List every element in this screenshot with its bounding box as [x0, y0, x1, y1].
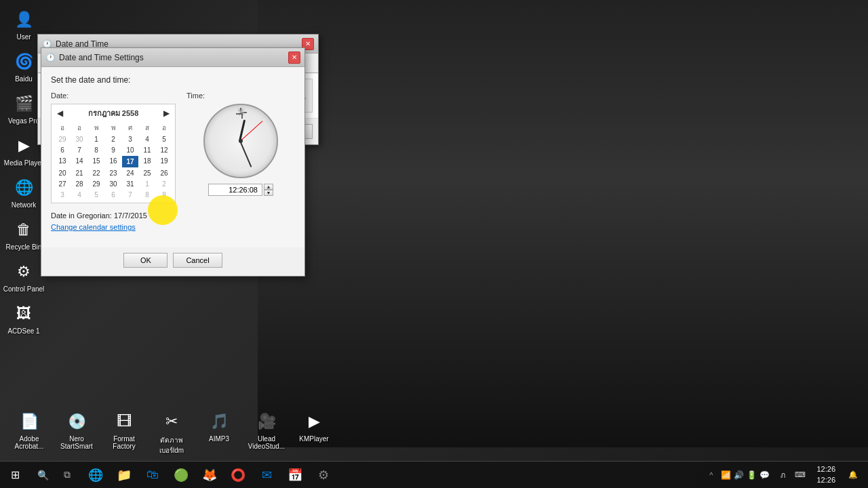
dialog-inner-close-button[interactable]: ✕ — [288, 52, 300, 64]
cal-day-22[interactable]: 22 — [88, 168, 104, 178]
cal-day-2b[interactable]: 2 — [156, 179, 172, 189]
time-input-field[interactable] — [208, 184, 262, 196]
cal-day-12[interactable]: 12 — [156, 145, 172, 155]
tray-power-icon[interactable]: 🔋 — [747, 470, 757, 480]
cal-day-29a[interactable]: 29 — [54, 134, 71, 144]
taskbar-app-folder[interactable]: 📁 — [111, 463, 138, 487]
cal-day-19[interactable]: 19 — [156, 156, 172, 167]
taskbar-app-calendar[interactable]: 📅 — [281, 463, 309, 487]
cal-day-25[interactable]: 25 — [139, 168, 155, 178]
time-spin-up[interactable]: ▲ — [264, 184, 273, 190]
mediaplayer-icon: ▶ — [12, 134, 36, 158]
cal-day-30b[interactable]: 30 — [105, 179, 121, 189]
desktop-icon-acdsee[interactable]: 🖼 ACDSee 1 — [0, 298, 47, 340]
cal-day-31[interactable]: 31 — [122, 179, 138, 189]
inner-cancel-button[interactable]: Cancel — [173, 253, 222, 268]
calendar-next-button[interactable]: ▶ — [161, 108, 172, 118]
bottom-icon-kmplayer[interactable]: ▶ KMPlayer — [290, 405, 338, 458]
time-spinner: ▲ ▼ — [264, 184, 273, 196]
cal-day-26[interactable]: 26 — [156, 168, 172, 178]
cal-day-5[interactable]: 5 — [156, 134, 172, 144]
clock-date-text: 12:26 — [816, 475, 835, 485]
taskbar-apps-area: 🌐 📁 🛍 🟢 🦊 ⭕ ✉ 📅 ⚙ — [79, 463, 707, 487]
taskbar-search-button[interactable]: 🔍 — [31, 463, 55, 487]
dialog-inner-buttons: OK Cancel — [41, 247, 304, 276]
cal-day-6[interactable]: 6 — [54, 145, 71, 155]
tray-network-icon[interactable]: 📶 — [721, 470, 731, 480]
tray-volume-icon[interactable]: 🔊 — [734, 470, 744, 480]
cal-day-3b[interactable]: 3 — [54, 190, 71, 200]
cal-day-7[interactable]: 7 — [71, 145, 87, 155]
cal-day-28[interactable]: 28 — [71, 179, 87, 189]
taskbar-app-chrome[interactable]: 🟢 — [167, 463, 195, 487]
control-icon-label: Control Panel — [3, 285, 45, 293]
cal-day-18[interactable]: 18 — [139, 156, 155, 167]
cal-day-3[interactable]: 3 — [122, 134, 138, 144]
bottom-icon-adobe[interactable]: 📄 Adobe Acrobat... — [5, 405, 53, 458]
cal-day-13[interactable]: 13 — [54, 156, 71, 167]
time-spin-down[interactable]: ▼ — [264, 190, 273, 196]
day-header-4: ศ — [122, 122, 138, 134]
cal-day-8b[interactable]: 8 — [139, 190, 155, 200]
cal-day-4[interactable]: 4 — [139, 134, 155, 144]
bottom-icon-aimp[interactable]: 🎵 AIMP3 — [195, 405, 243, 458]
cal-day-15[interactable]: 15 — [88, 156, 104, 167]
cal-day-17[interactable]: 17 — [122, 156, 138, 167]
ulead-icon: 🎥 — [253, 408, 280, 435]
cal-day-21[interactable]: 21 — [71, 168, 87, 178]
recycle-icon-label: Recycle Bin — [6, 243, 42, 251]
taskbar-app-settings[interactable]: ⚙ — [310, 463, 337, 487]
vegas-icon-label: Vegas Pro — [8, 117, 39, 125]
cal-day-14[interactable]: 14 — [71, 156, 87, 167]
cal-day-11[interactable]: 11 — [139, 145, 155, 155]
lang-icon: ภ — [781, 471, 785, 479]
cal-day-9[interactable]: 9 — [105, 145, 121, 155]
start-button[interactable]: ⊞ — [0, 462, 31, 489]
cal-day-30a[interactable]: 30 — [71, 134, 87, 144]
cal-day-9b[interactable]: 9 — [156, 190, 172, 200]
change-calendar-link[interactable]: Change calendar settings — [51, 223, 136, 231]
cal-day-7b[interactable]: 7 — [122, 190, 138, 200]
taskbar-app-firefox[interactable]: 🦊 — [196, 463, 223, 487]
taskbar-app-opera[interactable]: ⭕ — [224, 463, 252, 487]
taskbar-app-store[interactable]: 🛍 — [139, 463, 166, 487]
bottom-icon-thai[interactable]: ✂ ตัดภาพ เบอร์ldm — [148, 405, 195, 458]
taskbar-language[interactable]: ภ — [775, 469, 791, 481]
start-icon: ⊞ — [11, 468, 20, 481]
cal-day-29b[interactable]: 29 — [88, 179, 104, 189]
tray-input-icon[interactable]: ⌨ — [795, 470, 806, 479]
taskbar-tray: ^ 📶 🔊 🔋 💬 ภ ⌨ 12:26 12:26 — [707, 462, 868, 489]
taskbar-app-mail[interactable]: ✉ — [253, 463, 280, 487]
recycle-icon: 🗑 — [12, 218, 36, 242]
calendar-prev-button[interactable]: ◀ — [54, 108, 66, 118]
cal-day-24[interactable]: 24 — [122, 168, 138, 178]
cal-day-1[interactable]: 1 — [88, 134, 104, 144]
tray-expand-button[interactable]: ^ — [707, 471, 715, 479]
day-header-5: ส — [139, 122, 155, 134]
clock-center-dot — [239, 139, 243, 143]
cal-day-20[interactable]: 20 — [54, 168, 71, 178]
user-icon-label: User — [16, 33, 31, 41]
cal-day-8[interactable]: 8 — [88, 145, 104, 155]
date-section: Date: ◀ กรกฎาคม 2558 ▶ อ อ พ พ — [51, 92, 176, 203]
cal-day-4b[interactable]: 4 — [71, 190, 87, 200]
nero-label: Nero StartSmart — [56, 435, 98, 450]
cal-day-27[interactable]: 27 — [54, 179, 71, 189]
cal-day-23[interactable]: 23 — [105, 168, 121, 178]
bottom-icon-format[interactable]: 🎞 Format Factory — [100, 405, 148, 458]
cal-day-10[interactable]: 10 — [122, 145, 138, 155]
clock-face — [203, 104, 278, 178]
cal-day-2[interactable]: 2 — [105, 134, 121, 144]
cal-day-6b[interactable]: 6 — [105, 190, 121, 200]
cal-day-16[interactable]: 16 — [105, 156, 121, 167]
cal-day-1b[interactable]: 1 — [139, 179, 155, 189]
tray-message-icon[interactable]: 💬 — [760, 470, 770, 480]
bottom-icon-ulead[interactable]: 🎥 Ulead VideoStud... — [243, 405, 290, 458]
inner-ok-button[interactable]: OK — [123, 253, 167, 268]
taskbar-task-view-button[interactable]: ⧉ — [55, 463, 79, 487]
notification-button[interactable]: 🔔 — [844, 462, 863, 489]
taskbar-clock[interactable]: 12:26 12:26 — [810, 464, 842, 485]
cal-day-5b[interactable]: 5 — [88, 190, 104, 200]
bottom-icon-nero[interactable]: 💿 Nero StartSmart — [53, 405, 100, 458]
taskbar-app-ie[interactable]: 🌐 — [82, 463, 109, 487]
